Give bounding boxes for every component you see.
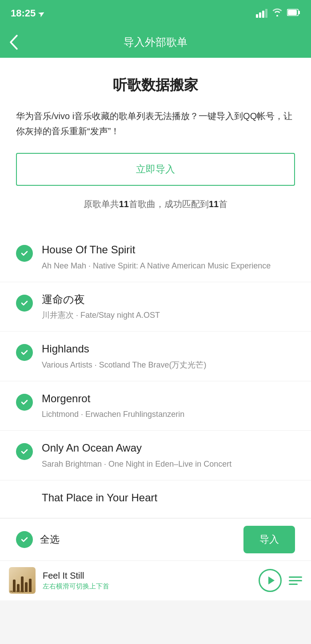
song-title: Highlands [42, 341, 295, 356]
top-nav: 导入外部歌单 [0, 27, 311, 58]
status-icons [256, 8, 300, 19]
match-summary: 原歌单共11首歌曲，成功匹配到11首 [16, 198, 295, 210]
now-playing-title: Feel It Still [43, 571, 251, 581]
back-button[interactable] [9, 34, 19, 50]
album-art: PENTATONIX [9, 567, 36, 594]
song-info: Highlands Various Artists · Scotland The… [42, 341, 295, 371]
song-checkbox[interactable] [16, 344, 33, 361]
playlist-button[interactable] [289, 576, 302, 585]
song-item[interactable]: 運命の夜 川井憲次 · Fate/Stay night A.OST [0, 282, 311, 332]
song-checkbox[interactable] [16, 394, 33, 411]
song-meta: Various Artists · Scotland The Brave(万丈光… [42, 359, 295, 371]
song-info: Only An Ocean Away Sarah Brightman · One… [42, 440, 295, 470]
song-meta: 川井憲次 · Fate/Stay night A.OST [42, 309, 295, 321]
song-title: Only An Ocean Away [42, 440, 295, 456]
do-import-button[interactable]: 导入 [243, 526, 295, 553]
status-time: 18:25 ➤ [11, 8, 44, 19]
now-playing-bar: PENTATONIX Feel It Still 左右横滑可切换上下首 [0, 560, 311, 600]
song-item[interactable]: Only An Ocean Away Sarah Brightman · One… [0, 431, 311, 480]
description: 华为音乐/vivo i音乐收藏的歌单列表无法播放？一键导入到QQ帐号，让你灰掉的… [16, 108, 295, 139]
song-item[interactable]: That Place in Your Heart [0, 480, 311, 518]
import-now-button[interactable]: 立即导入 [16, 153, 295, 186]
song-title: House Of The Spirit [42, 242, 295, 257]
song-list: House Of The Spirit Ah Nee Mah · Native … [0, 232, 311, 518]
select-all-checkbox[interactable] [16, 531, 33, 548]
battery-icon [287, 9, 300, 18]
now-playing-hint: 左右横滑可切换上下首 [43, 582, 251, 591]
song-item[interactable]: Morgenrot Lichtmond · Erwachen Fruhlings… [0, 381, 311, 431]
signal-icon [256, 9, 267, 18]
select-all-label: 全选 [40, 533, 236, 546]
song-meta: Sarah Brightman · One Night in Eden–Live… [42, 458, 295, 470]
song-info: That Place in Your Heart [42, 490, 295, 508]
song-info: Morgenrot Lichtmond · Erwachen Fruhlings… [42, 391, 295, 421]
now-playing-info: Feel It Still 左右横滑可切换上下首 [43, 571, 251, 591]
song-info: 運命の夜 川井憲次 · Fate/Stay night A.OST [42, 292, 295, 322]
song-item[interactable]: Highlands Various Artists · Scotland The… [0, 332, 311, 381]
main-content: 听歌数据搬家 华为音乐/vivo i音乐收藏的歌单列表无法播放？一键导入到QQ帐… [0, 58, 311, 232]
song-checkbox[interactable] [16, 443, 33, 460]
wifi-icon [272, 8, 283, 19]
song-title: Morgenrot [42, 391, 295, 406]
bottom-bar: 全选 导入 [0, 518, 311, 560]
song-item[interactable]: House Of The Spirit Ah Nee Mah · Native … [0, 232, 311, 282]
status-bar: 18:25 ➤ [0, 0, 311, 27]
svg-rect-1 [288, 10, 297, 15]
page-title: 听歌数据搬家 [16, 76, 295, 95]
song-checkbox[interactable] [16, 295, 33, 312]
song-checkbox[interactable] [16, 245, 33, 262]
song-meta: Lichtmond · Erwachen Fruhlingstanzerin [42, 408, 295, 420]
song-title: That Place in Your Heart [42, 490, 295, 505]
song-title: 運命の夜 [42, 292, 295, 307]
song-meta: Ah Nee Mah · Native Spirit: A Native Ame… [42, 260, 295, 272]
svg-marker-3 [268, 576, 275, 584]
svg-rect-2 [299, 11, 300, 14]
album-label: PENTATONIX [10, 590, 24, 593]
now-playing-controls [259, 569, 302, 592]
song-info: House Of The Spirit Ah Nee Mah · Native … [42, 242, 295, 272]
nav-title: 导入外部歌单 [124, 35, 187, 49]
play-button[interactable] [259, 569, 282, 592]
